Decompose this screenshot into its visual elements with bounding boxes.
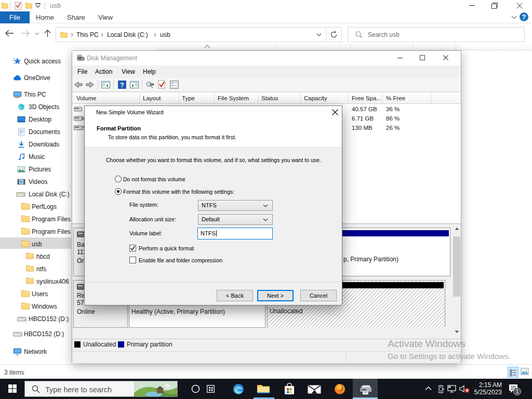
svg-text:?: ? bbox=[120, 82, 124, 89]
